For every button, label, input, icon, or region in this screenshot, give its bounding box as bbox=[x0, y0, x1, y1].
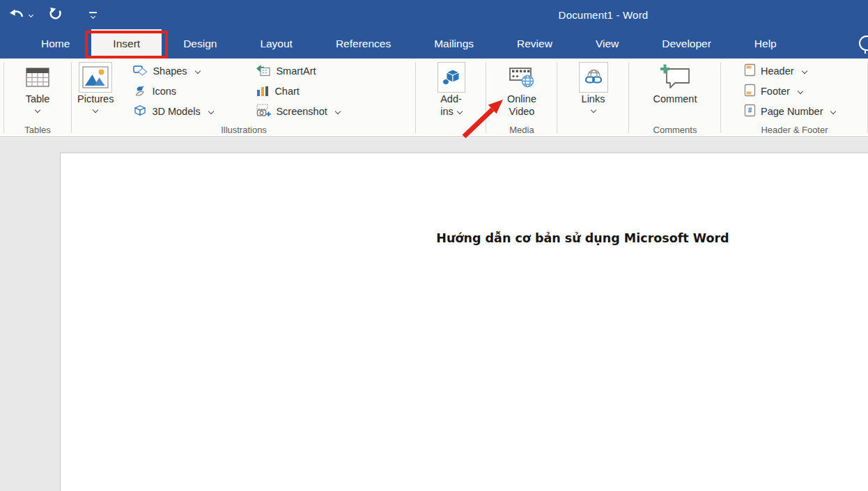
ribbon-group-add-ins: Add- ins bbox=[416, 59, 486, 137]
chevron-down-icon bbox=[194, 68, 200, 74]
table-icon bbox=[25, 62, 50, 93]
3d-models-button[interactable]: 3D Models bbox=[133, 104, 256, 119]
new-comment-icon bbox=[658, 62, 692, 93]
shapes-button[interactable]: Shapes bbox=[133, 63, 256, 79]
tab-review[interactable]: Review bbox=[495, 29, 574, 59]
header-button-label: Header bbox=[761, 65, 794, 77]
ribbon-group-links: Links bbox=[557, 59, 629, 137]
online-video-label-line2: Video bbox=[509, 105, 535, 118]
document-workspace: Hướng dẫn cơ bản sử dụng Microsoft Word bbox=[0, 138, 868, 491]
ribbon-insert: Table Tables Pictures bbox=[0, 59, 868, 137]
header-button[interactable]: Header bbox=[744, 63, 868, 79]
tab-layout[interactable]: Layout bbox=[238, 29, 314, 59]
ribbon-group-tables: Table Tables bbox=[3, 59, 72, 137]
comment-button-label: Comment bbox=[653, 93, 697, 105]
tell-me-lightbulb-icon[interactable] bbox=[859, 36, 868, 51]
tab-developer[interactable]: Developer bbox=[640, 29, 733, 59]
page-number-button[interactable]: # Page Number bbox=[744, 104, 868, 119]
chevron-down-icon bbox=[457, 109, 463, 114]
group-label-comments: Comments bbox=[629, 125, 721, 135]
add-ins-icon bbox=[437, 62, 465, 93]
customize-quick-access-toolbar-icon bbox=[89, 12, 97, 18]
page-number-button-label: Page Number bbox=[761, 106, 823, 117]
document-heading: Hướng dẫn cơ bản sử dụng Microsoft Word bbox=[61, 231, 868, 245]
shapes-icon bbox=[133, 64, 148, 79]
tab-mailings[interactable]: Mailings bbox=[412, 29, 495, 59]
icons-button[interactable]: Icons bbox=[133, 84, 256, 99]
screenshot-icon bbox=[256, 104, 271, 119]
screenshot-button-label: Screenshot bbox=[276, 106, 327, 117]
ribbon-group-header-footer: Header Footer # bbox=[721, 59, 868, 137]
chart-button-label: Chart bbox=[274, 86, 299, 97]
chevron-down-icon bbox=[335, 109, 341, 114]
ribbon-group-media: Online Video Media bbox=[486, 59, 557, 137]
add-ins-label-line2: ins bbox=[440, 105, 454, 118]
screenshot-button[interactable]: Screenshot bbox=[256, 104, 385, 119]
tab-insert-label: Insert bbox=[113, 38, 140, 50]
tab-view[interactable]: View bbox=[574, 29, 640, 59]
footer-button[interactable]: Footer bbox=[744, 84, 868, 99]
footer-icon bbox=[744, 84, 756, 99]
chevron-down-icon bbox=[93, 107, 98, 113]
table-button-label: Table bbox=[26, 93, 50, 105]
tab-insert[interactable]: Insert bbox=[91, 29, 162, 59]
group-label-illustrations: Illustrations bbox=[72, 125, 416, 135]
ribbon-tab-row: Home Insert Design Layout References Mai… bbox=[0, 29, 868, 59]
footer-button-label: Footer bbox=[761, 86, 790, 97]
shapes-button-label: Shapes bbox=[153, 65, 187, 77]
tab-help[interactable]: Help bbox=[733, 29, 798, 59]
page-number-icon: # bbox=[744, 104, 756, 119]
chevron-down-icon bbox=[798, 88, 803, 94]
smartart-button[interactable]: SmartArt bbox=[256, 63, 385, 79]
icons-icon bbox=[133, 84, 147, 99]
chevron-down-icon bbox=[28, 12, 33, 17]
chevron-down-icon bbox=[801, 68, 807, 74]
title-bar: Document1 - Word bbox=[0, 0, 868, 29]
group-label-tables: Tables bbox=[3, 125, 72, 135]
tab-design[interactable]: Design bbox=[162, 29, 238, 59]
repeat-button[interactable] bbox=[45, 4, 65, 25]
smartart-button-label: SmartArt bbox=[276, 65, 316, 77]
undo-dropdown[interactable] bbox=[25, 4, 36, 25]
add-ins-button[interactable]: Add- ins bbox=[437, 59, 465, 137]
document-page[interactable]: Hướng dẫn cơ bản sử dụng Microsoft Word bbox=[60, 153, 868, 491]
svg-text:#: # bbox=[748, 107, 752, 114]
chevron-down-icon bbox=[830, 109, 836, 114]
3d-models-button-label: 3D Models bbox=[152, 106, 200, 117]
links-button[interactable]: Links bbox=[579, 59, 608, 137]
smartart-icon bbox=[256, 64, 271, 79]
pictures-icon bbox=[79, 62, 112, 93]
add-ins-label-line1: Add- bbox=[440, 93, 462, 105]
links-button-label: Links bbox=[582, 93, 605, 105]
customize-quick-access-toolbar-button[interactable] bbox=[82, 4, 103, 25]
header-icon bbox=[744, 63, 756, 79]
quick-access-toolbar bbox=[0, 0, 868, 29]
pictures-button-label: Pictures bbox=[77, 93, 114, 105]
online-video-icon bbox=[508, 62, 536, 93]
undo-icon bbox=[8, 7, 24, 22]
chevron-down-icon bbox=[35, 107, 40, 113]
undo-button[interactable] bbox=[7, 4, 25, 25]
icons-button-label: Icons bbox=[152, 86, 176, 97]
tab-references[interactable]: References bbox=[314, 29, 412, 59]
chart-icon bbox=[256, 84, 270, 99]
chevron-down-icon bbox=[590, 107, 596, 113]
links-icon bbox=[579, 62, 608, 93]
ribbon-group-illustrations: Pictures Shapes bbox=[72, 59, 416, 137]
ribbon-group-comments: Comment Comments bbox=[629, 59, 721, 137]
repeat-icon bbox=[49, 7, 62, 23]
chevron-down-icon bbox=[208, 109, 213, 114]
tab-home[interactable]: Home bbox=[20, 29, 91, 59]
chart-button[interactable]: Chart bbox=[256, 84, 385, 99]
group-label-media: Media bbox=[486, 125, 557, 135]
online-video-label-line1: Online bbox=[507, 93, 536, 105]
group-label-header-footer: Header & Footer bbox=[721, 125, 868, 135]
3d-models-icon bbox=[133, 104, 147, 119]
window-title: Document1 - Word bbox=[559, 9, 649, 21]
